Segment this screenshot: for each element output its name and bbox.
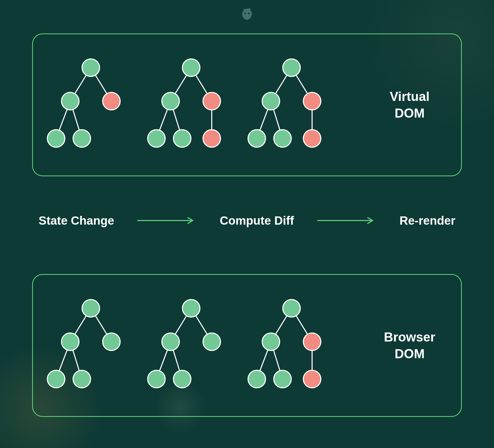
tree-node [73,370,91,388]
tree-node-changed [303,370,321,388]
arrow-icon [317,217,376,224]
tree-node [182,300,200,317]
tree-node [173,370,191,388]
vdom-state-1 [46,54,136,156]
tree-node [61,333,79,350]
tree-node [274,370,291,388]
virtual-dom-label: Virtual DOM [376,88,443,122]
tree-node-changed [303,130,321,147]
tree-node [82,300,100,317]
virtual-dom-panel: Virtual DOM [32,33,462,176]
bdom-tree-1 [46,294,136,397]
tree-node [73,130,91,147]
bdom-tree-3 [246,294,337,397]
bdom-tree-2 [146,294,236,397]
tree-node [203,333,220,350]
tree-node [47,370,65,388]
tree-node [162,333,179,350]
tree-node [248,130,266,147]
tree-node [283,59,300,76]
label-line: DOM [376,105,443,122]
browser-dom-label: Browser DOM [376,329,443,362]
browser-dom-panel: Browser DOM [32,274,462,417]
arrow-icon [137,217,197,224]
tree-node [61,92,79,110]
step-compute-diff: Compute Diff [220,214,294,227]
tree-node-changed [203,130,220,147]
tree-node-changed [203,92,220,110]
vdom-tree-1 [46,54,136,156]
tree-node [274,130,291,147]
tree-node [148,370,165,388]
label-line: Virtual [376,88,443,105]
tree-node [262,333,280,350]
beaver-logo-icon [240,8,254,24]
tree-node [173,130,191,147]
bdom-state-3 [246,294,337,397]
tree-node [182,59,200,76]
tree-node [248,370,266,388]
tree-node [82,59,100,76]
tree-node [47,130,65,147]
virtual-dom-trees [46,54,337,156]
tree-node [103,333,120,350]
browser-dom-trees [46,294,337,397]
vdom-tree-3 [246,54,337,156]
step-re-render: Re-render [400,214,455,227]
bdom-state-1 [46,294,136,397]
bdom-state-2 [146,294,236,397]
process-steps: State Change Compute Diff Re-render [39,214,455,227]
tree-node-changed [103,92,120,110]
tree-node-changed [303,92,321,110]
vdom-tree-2 [146,54,236,156]
label-line: DOM [376,346,443,362]
tree-node [162,92,179,110]
vdom-state-2 [146,54,236,156]
label-line: Browser [376,329,443,346]
tree-node [148,130,165,147]
tree-node [283,300,300,317]
vdom-state-3 [246,54,337,156]
tree-node-changed [303,333,321,350]
tree-node [262,92,280,110]
step-state-change: State Change [39,214,114,227]
